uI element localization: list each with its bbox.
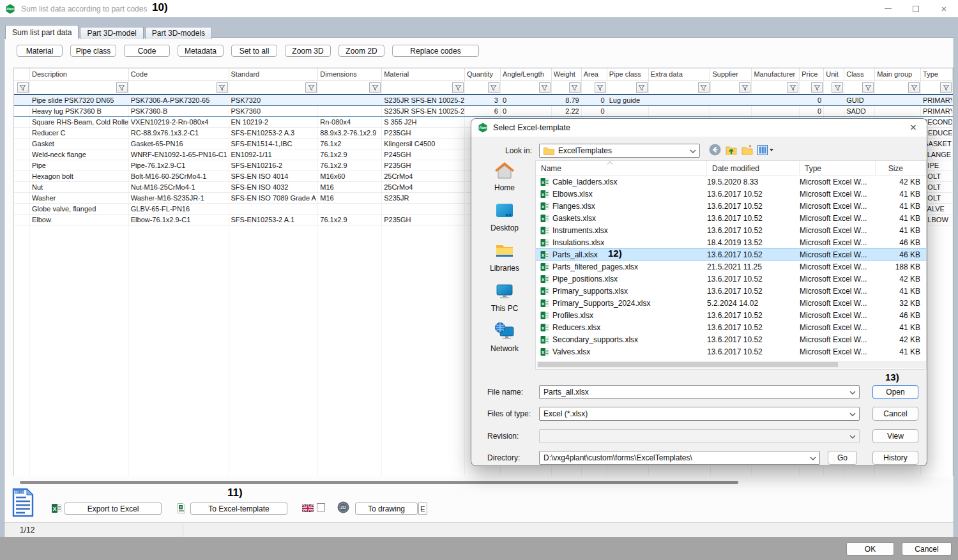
filter-funnel-button[interactable] [739, 82, 750, 93]
column-header-pipe-class[interactable]: Pipe class [607, 68, 649, 80]
filter-funnel-button[interactable] [569, 82, 581, 93]
row-selector-cell[interactable] [14, 160, 30, 170]
place-libraries[interactable]: Libraries [476, 241, 533, 273]
grid-horizontal-scrollbar[interactable] [13, 479, 954, 486]
table-row[interactable]: Pipe slide PSK7320 DN65PSK7306-A-PSK7320… [14, 95, 953, 106]
column-header-size[interactable]: Size [876, 161, 925, 175]
column-header-date-modified[interactable]: Date modified [707, 161, 800, 175]
row-selector-cell[interactable] [14, 171, 30, 181]
filter-funnel-button[interactable] [217, 82, 228, 93]
file-row[interactable]: xParts_all.xlsx13.6.2017 10.52Microsoft … [536, 248, 926, 261]
maximize-button[interactable] [902, 0, 930, 17]
column-header-price[interactable]: Price [800, 68, 824, 80]
scrollbar-thumb[interactable] [20, 481, 738, 484]
filter-funnel-button[interactable] [488, 82, 499, 93]
language-checkbox[interactable] [317, 503, 325, 511]
filter-funnel-button[interactable] [452, 82, 464, 93]
file-row[interactable]: xInstruments.xlsx13.6.2017 10.52Microsof… [536, 224, 926, 236]
file-row[interactable]: xInsulations.xlsx18.4.2019 13.52Microsof… [536, 236, 926, 248]
column-header-quantity[interactable]: Quantity [465, 68, 501, 80]
file-row[interactable]: xSecondary_supports.xlsx13.6.2017 10.52M… [536, 333, 926, 345]
look-in-combobox[interactable]: ExcelTemplates [539, 144, 700, 158]
row-selector-cell[interactable] [14, 106, 30, 116]
filter-funnel-button[interactable] [116, 82, 128, 93]
tab-sum-list-part-data[interactable]: Sum list part data [5, 25, 79, 39]
to-drawing-button[interactable]: To drawing [355, 503, 418, 515]
replace-codes-button[interactable]: Replace codes [392, 45, 479, 57]
file-row[interactable]: xPipe_positions.xlsx13.6.2017 10.52Micro… [536, 273, 926, 285]
row-selector-cell[interactable] [14, 139, 30, 149]
back-icon[interactable] [709, 144, 721, 156]
dialog-cancel-button[interactable]: Cancel [872, 407, 918, 421]
metadata-button[interactable]: Metadata [178, 45, 224, 57]
minimize-button[interactable] [874, 0, 902, 17]
file-row[interactable]: xGaskets.xlsx13.6.2017 10.52Microsoft Ex… [536, 212, 926, 224]
filter-funnel-button[interactable] [832, 82, 843, 93]
filter-funnel-button[interactable] [17, 82, 29, 93]
row-selector-cell[interactable] [14, 204, 30, 214]
view-button[interactable]: View [872, 429, 918, 443]
row-selector-cell[interactable] [14, 193, 30, 203]
table-row[interactable]: Heavy lug PSK7360 BPSK7360-BPSK7360S235J… [14, 106, 953, 117]
up-one-level-icon[interactable] [726, 144, 737, 155]
pipe-class-button[interactable]: Pipe class [70, 45, 116, 57]
row-selector-cell[interactable] [14, 95, 30, 105]
file-row[interactable]: xPrimary_Supports_2024.xlsx5.2.2024 14.0… [536, 297, 926, 309]
filter-funnel-button[interactable] [698, 82, 710, 93]
column-header-angle-length[interactable]: Angle/Length [501, 68, 552, 80]
file-row[interactable]: xValves.xlsx13.6.2017 10.52Microsoft Exc… [536, 345, 926, 358]
files-of-type-combobox[interactable]: Excel (*.xlsx) [539, 407, 860, 421]
material-button[interactable]: Material [17, 45, 63, 57]
column-header-description[interactable]: Description [30, 68, 129, 80]
tab-part-3d-models[interactable]: Part 3D-models [145, 27, 212, 39]
file-row[interactable]: xProfiles.xlsx13.6.2017 10.52Microsoft E… [536, 309, 926, 321]
place-desktop[interactable]: Desktop [476, 201, 533, 232]
column-header-area[interactable]: Area [582, 68, 607, 80]
column-header-type[interactable]: Type [800, 161, 876, 175]
filter-funnel-button[interactable] [787, 82, 798, 93]
zoom-2d-button[interactable]: Zoom 2D [338, 45, 384, 57]
view-menu-icon[interactable] [757, 145, 774, 155]
column-header-class[interactable]: Class [844, 68, 875, 80]
place-home[interactable]: Home [476, 160, 533, 192]
place-this-pc[interactable]: This PC [476, 281, 533, 313]
close-button[interactable]: × [930, 0, 958, 17]
set-to-all-button[interactable]: Set to all [231, 45, 277, 57]
filter-funnel-button[interactable] [539, 82, 551, 93]
new-folder-icon[interactable]: * [741, 144, 753, 155]
row-selector-cell[interactable] [14, 182, 30, 192]
column-header-weight[interactable]: Weight [552, 68, 582, 80]
filter-funnel-button[interactable] [862, 82, 874, 93]
footer-cancel-button[interactable]: Cancel [902, 542, 952, 556]
export-to-excel-button[interactable]: Export to Excel [65, 503, 162, 515]
filter-funnel-button[interactable] [940, 82, 952, 93]
open-button[interactable]: Open [872, 385, 918, 399]
go-button[interactable]: Go [828, 451, 857, 465]
filter-funnel-button[interactable] [811, 82, 823, 93]
tab-part-3d-model[interactable]: Part 3D-model [80, 27, 143, 39]
filter-funnel-button[interactable] [305, 82, 317, 93]
filter-funnel-button[interactable] [369, 82, 381, 93]
column-header-code[interactable]: Code [129, 68, 229, 80]
file-row[interactable]: xParts_filtered_pages.xlsx21.5.2021 11.2… [536, 261, 926, 273]
dialog-close-icon[interactable]: × [906, 121, 920, 135]
row-selector-cell[interactable] [14, 215, 30, 225]
zoom-3d-button[interactable]: Zoom 3D [285, 45, 331, 57]
column-header-supplier[interactable]: Supplier [710, 68, 752, 80]
ok-button[interactable]: OK [846, 542, 894, 556]
file-row[interactable]: xReducers.xlsx13.6.2017 10.52Microsoft E… [536, 321, 926, 333]
place-network[interactable]: Network [476, 321, 533, 353]
file-row[interactable]: xPrimary_supports.xlsx13.6.2017 10.52Mic… [536, 285, 926, 297]
scrollbar-thumb[interactable] [538, 362, 838, 367]
file-row[interactable]: xFlanges.xlsx13.6.2017 10.52Microsoft Ex… [536, 200, 926, 212]
column-header-material[interactable]: Material [382, 68, 465, 80]
column-header-type[interactable]: Type [921, 68, 953, 80]
row-selector-cell[interactable] [14, 149, 30, 160]
column-header-unit[interactable]: Unit [824, 68, 844, 80]
file-row[interactable]: xElbows.xlsx13.6.2017 10.52Microsoft Exc… [536, 188, 926, 200]
column-header-dimensions[interactable]: Dimensions [318, 68, 382, 80]
row-selector-cell[interactable] [14, 117, 30, 127]
file-row[interactable]: xCable_ladders.xlsx19.5.2020 8.33Microso… [536, 176, 926, 188]
column-header-extra-data[interactable]: Extra data [649, 68, 711, 80]
filter-funnel-button[interactable] [595, 82, 606, 93]
